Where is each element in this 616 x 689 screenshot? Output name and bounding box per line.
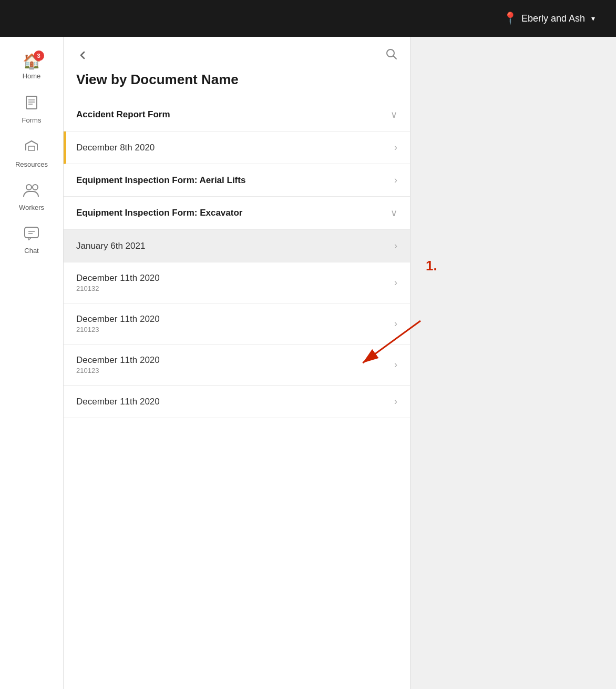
back-button[interactable] xyxy=(76,49,89,62)
svg-point-5 xyxy=(26,185,32,190)
sidebar-label-chat: Chat xyxy=(24,247,38,255)
company-name: Eberly and Ash xyxy=(521,13,585,24)
item-label: December 11th 2020 xyxy=(76,397,160,407)
svg-point-6 xyxy=(33,185,38,190)
item-label: Equipment Inspection Form: Aerial Lifts xyxy=(76,175,245,186)
sidebar-item-chat[interactable]: Chat xyxy=(0,219,63,262)
svg-rect-7 xyxy=(25,227,38,238)
sidebar-label-home: Home xyxy=(23,72,41,80)
chevron-right-icon: › xyxy=(394,359,397,370)
item-text: December 11th 2020 210123 xyxy=(76,355,160,374)
sidebar-label-workers: Workers xyxy=(19,204,44,211)
header-actions xyxy=(76,47,397,63)
sidebar: 🏠 3 Home Forms xyxy=(0,37,64,689)
chevron-right-icon: › xyxy=(394,175,397,186)
item-subtitle: 210123 xyxy=(76,367,160,374)
home-badge: 3 xyxy=(34,50,44,61)
list-item[interactable]: December 11th 2020 › xyxy=(64,386,410,418)
company-selector[interactable]: 📍 Eberly and Ash ▾ xyxy=(503,12,595,25)
resources-icon xyxy=(24,139,39,158)
chevron-right-icon: › xyxy=(394,318,397,329)
main-layout: 🏠 3 Home Forms xyxy=(0,37,616,689)
list-container[interactable]: Accident Report Form ∨ December 8th 2020… xyxy=(64,98,410,689)
item-label: December 11th 2020 xyxy=(76,273,160,283)
item-label: Accident Report Form xyxy=(76,109,170,120)
item-label: December 8th 2020 xyxy=(76,143,155,153)
item-subtitle: 210123 xyxy=(76,326,160,333)
chevron-down-icon: ∨ xyxy=(391,109,397,120)
item-label: December 11th 2020 xyxy=(76,355,160,366)
list-item[interactable]: January 6th 2021 › xyxy=(64,230,410,262)
svg-line-11 xyxy=(394,56,397,59)
sidebar-item-forms[interactable]: Forms xyxy=(0,87,63,131)
top-bar: 📍 Eberly and Ash ▾ xyxy=(0,0,616,37)
search-button[interactable] xyxy=(385,47,397,63)
forms-icon xyxy=(24,95,39,114)
right-panel xyxy=(410,37,616,689)
content-panel: View by Document Name Accident Report Fo… xyxy=(64,37,410,689)
chat-icon xyxy=(24,226,39,245)
item-text: December 11th 2020 210132 xyxy=(76,273,160,292)
chevron-right-icon: › xyxy=(394,142,397,153)
item-label: Equipment Inspection Form: Excavator xyxy=(76,208,242,218)
workers-icon xyxy=(23,183,40,201)
page-title: View by Document Name xyxy=(76,72,397,88)
list-item[interactable]: Equipment Inspection Form: Aerial Lifts … xyxy=(64,164,410,197)
item-label: December 11th 2020 xyxy=(76,314,160,325)
svg-rect-0 xyxy=(26,96,37,109)
sidebar-item-home[interactable]: 🏠 3 Home xyxy=(0,45,63,87)
item-subtitle: 210132 xyxy=(76,285,160,292)
list-item[interactable]: December 11th 2020 210132 › xyxy=(64,262,410,303)
sidebar-label-forms: Forms xyxy=(22,116,42,124)
sidebar-label-resources: Resources xyxy=(15,160,48,168)
chevron-down-icon: ▾ xyxy=(591,14,595,23)
svg-rect-4 xyxy=(28,146,35,150)
chevron-right-icon: › xyxy=(394,277,397,288)
list-item[interactable]: December 11th 2020 210123 › xyxy=(64,344,410,386)
list-item[interactable]: December 8th 2020 › xyxy=(64,131,410,164)
chevron-down-icon: ∨ xyxy=(391,207,397,219)
sidebar-item-resources[interactable]: Resources xyxy=(0,131,63,176)
location-icon: 📍 xyxy=(503,12,517,25)
content-header: View by Document Name xyxy=(64,37,410,98)
chevron-right-icon: › xyxy=(394,240,397,251)
list-item[interactable]: Accident Report Form ∨ xyxy=(64,98,410,131)
chevron-right-icon: › xyxy=(394,396,397,407)
item-text: December 11th 2020 210123 xyxy=(76,314,160,333)
item-label: January 6th 2021 xyxy=(76,241,145,251)
list-item[interactable]: Equipment Inspection Form: Excavator ∨ xyxy=(64,197,410,230)
list-item[interactable]: December 11th 2020 210123 › xyxy=(64,303,410,344)
item-text: December 11th 2020 xyxy=(76,397,160,407)
home-icon: 🏠 3 xyxy=(23,53,41,70)
sidebar-item-workers[interactable]: Workers xyxy=(0,176,63,219)
